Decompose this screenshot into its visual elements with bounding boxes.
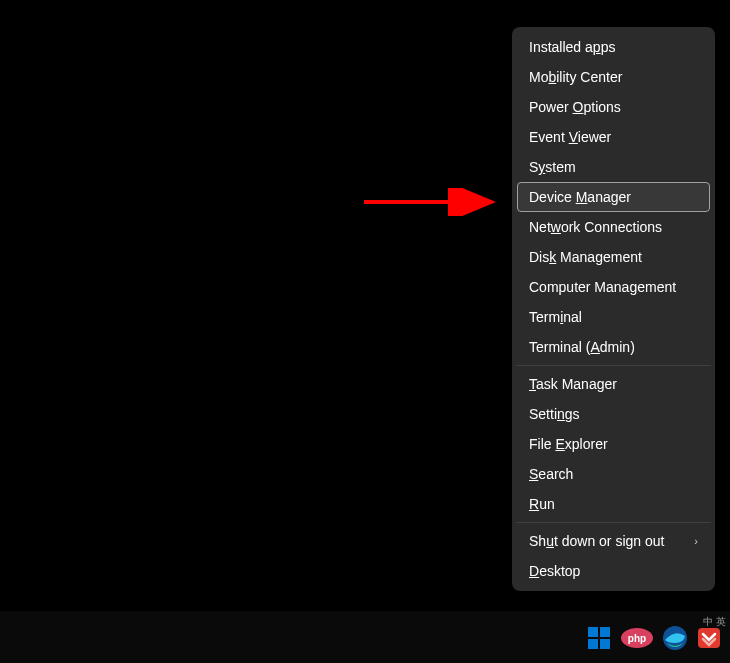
svg-rect-3 bbox=[600, 627, 610, 637]
menu-item-label: Task Manager bbox=[529, 376, 617, 392]
chevron-right-icon: › bbox=[694, 535, 698, 547]
menu-item-label: System bbox=[529, 159, 576, 175]
start-button[interactable] bbox=[586, 625, 612, 654]
menu-item-terminal-admin[interactable]: Terminal (Admin) bbox=[517, 332, 710, 362]
edge-icon[interactable] bbox=[662, 625, 688, 654]
menu-item-device-manager[interactable]: Device Manager bbox=[517, 182, 710, 212]
svg-rect-5 bbox=[600, 639, 610, 649]
php-app-icon[interactable]: php bbox=[620, 626, 654, 653]
menu-item-label: Settings bbox=[529, 406, 580, 422]
menu-item-run[interactable]: Run bbox=[517, 489, 710, 519]
menu-item-search[interactable]: Search bbox=[517, 459, 710, 489]
menu-item-terminal[interactable]: Terminal bbox=[517, 302, 710, 332]
menu-item-file-explorer[interactable]: File Explorer bbox=[517, 429, 710, 459]
menu-item-label: Computer Management bbox=[529, 279, 676, 295]
menu-item-label: Search bbox=[529, 466, 573, 482]
menu-item-label: Shut down or sign out bbox=[529, 533, 664, 549]
menu-item-desktop[interactable]: Desktop bbox=[517, 556, 710, 586]
menu-item-label: Terminal (Admin) bbox=[529, 339, 635, 355]
menu-item-event-viewer[interactable]: Event Viewer bbox=[517, 122, 710, 152]
menu-item-label: Run bbox=[529, 496, 555, 512]
menu-item-shut-down-or-sign-out[interactable]: Shut down or sign out› bbox=[517, 526, 710, 556]
menu-item-disk-management[interactable]: Disk Management bbox=[517, 242, 710, 272]
menu-item-label: Network Connections bbox=[529, 219, 662, 235]
menu-item-task-manager[interactable]: Task Manager bbox=[517, 369, 710, 399]
svg-rect-2 bbox=[588, 627, 598, 637]
menu-item-mobility-center[interactable]: Mobility Center bbox=[517, 62, 710, 92]
menu-item-label: Disk Management bbox=[529, 249, 642, 265]
menu-separator bbox=[516, 522, 711, 523]
menu-item-settings[interactable]: Settings bbox=[517, 399, 710, 429]
menu-item-system[interactable]: System bbox=[517, 152, 710, 182]
menu-item-computer-management[interactable]: Computer Management bbox=[517, 272, 710, 302]
menu-separator bbox=[516, 365, 711, 366]
menu-item-label: Terminal bbox=[529, 309, 582, 325]
taskbar: 中 英 php bbox=[0, 611, 730, 663]
menu-item-label: Mobility Center bbox=[529, 69, 622, 85]
menu-item-installed-apps[interactable]: Installed apps bbox=[517, 32, 710, 62]
menu-item-label: Power Options bbox=[529, 99, 621, 115]
menu-item-label: Device Manager bbox=[529, 189, 631, 205]
menu-item-label: Desktop bbox=[529, 563, 580, 579]
menu-item-label: Installed apps bbox=[529, 39, 615, 55]
red-app-icon[interactable] bbox=[696, 625, 722, 654]
menu-item-power-options[interactable]: Power Options bbox=[517, 92, 710, 122]
callout-arrow-icon bbox=[362, 188, 508, 216]
menu-item-label: Event Viewer bbox=[529, 129, 611, 145]
desktop[interactable]: Installed appsMobility CenterPower Optio… bbox=[0, 0, 730, 611]
menu-item-label: File Explorer bbox=[529, 436, 608, 452]
menu-item-network-connections[interactable]: Network Connections bbox=[517, 212, 710, 242]
winx-context-menu: Installed appsMobility CenterPower Optio… bbox=[512, 27, 715, 591]
svg-text:php: php bbox=[628, 633, 646, 644]
svg-rect-4 bbox=[588, 639, 598, 649]
